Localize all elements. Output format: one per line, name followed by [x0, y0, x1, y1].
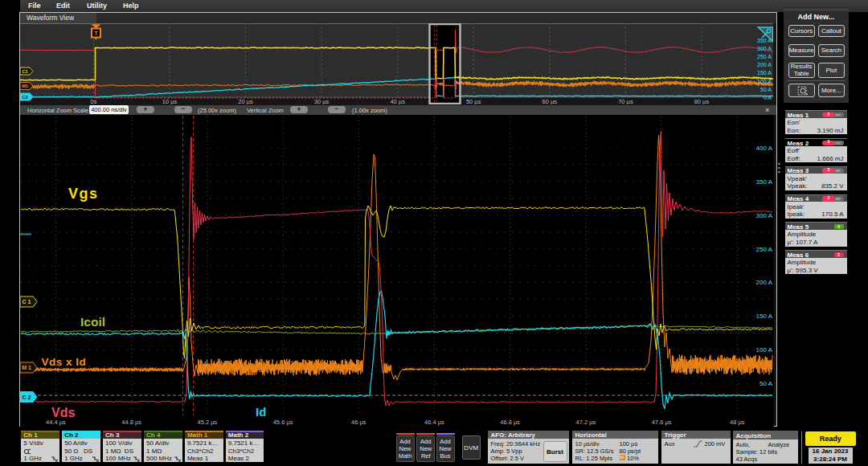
svg-text:400 A: 400 A: [756, 145, 773, 152]
svg-text:200 A: 200 A: [756, 279, 773, 286]
svg-text:10 µs: 10 µs: [162, 98, 178, 104]
svg-text:C1: C1: [22, 69, 27, 74]
svg-text:70 µs: 70 µs: [618, 98, 633, 104]
svg-text:100 A: 100 A: [757, 79, 772, 84]
svg-text:200 A: 200 A: [757, 62, 772, 67]
svg-text:Id: Id: [256, 405, 266, 419]
svg-text:45.2 µs: 45.2 µs: [198, 419, 218, 426]
svg-text:50 µs: 50 µs: [466, 98, 481, 104]
svg-text:40 µs: 40 µs: [390, 98, 405, 104]
svg-text:150 A: 150 A: [757, 70, 772, 76]
svg-text:80 µs: 80 µs: [694, 98, 710, 104]
svg-text:300 A: 300 A: [756, 212, 773, 219]
svg-text:150 A: 150 A: [756, 313, 773, 320]
svg-text:T: T: [94, 30, 98, 37]
svg-text:0 A: 0 A: [764, 95, 772, 100]
svg-text:C2: C2: [22, 95, 27, 100]
svg-text:50 A: 50 A: [760, 87, 772, 92]
svg-text:100 A: 100 A: [756, 346, 773, 354]
svg-text:44.4 µs: 44.4 µs: [46, 419, 66, 426]
svg-text:C 2: C 2: [23, 394, 31, 400]
svg-text:47.2 µs: 47.2 µs: [576, 419, 596, 426]
svg-text:45.6 µs: 45.6 µs: [273, 419, 293, 426]
svg-text:M 1: M 1: [22, 365, 31, 370]
svg-text:Vgs: Vgs: [68, 186, 99, 202]
svg-text:44.8 µs: 44.8 µs: [121, 419, 141, 426]
svg-text:M1: M1: [22, 84, 28, 88]
svg-text:60 µs: 60 µs: [542, 98, 558, 104]
svg-text:46.8 µs: 46.8 µs: [500, 419, 520, 426]
svg-text:350 A: 350 A: [756, 178, 773, 186]
svg-text:50 A: 50 A: [760, 380, 773, 387]
svg-text:46 µs: 46 µs: [351, 419, 366, 426]
svg-text:46.4 µs: 46.4 µs: [424, 419, 444, 426]
svg-text:300 A: 300 A: [757, 46, 772, 51]
svg-text:20 µs: 20 µs: [238, 98, 253, 104]
svg-text:Vds: Vds: [51, 406, 75, 419]
svg-text:250 A: 250 A: [757, 54, 772, 59]
svg-text:30 µs: 30 µs: [314, 98, 330, 104]
svg-text:Icoil: Icoil: [80, 315, 105, 329]
svg-text:Vds x Id: Vds x Id: [42, 356, 87, 368]
svg-text:48 µs: 48 µs: [730, 419, 745, 426]
svg-text:0s: 0s: [91, 98, 97, 104]
svg-text:C 1: C 1: [23, 299, 31, 305]
svg-text:250 A: 250 A: [756, 246, 773, 253]
svg-text:47.6 µs: 47.6 µs: [652, 419, 672, 426]
